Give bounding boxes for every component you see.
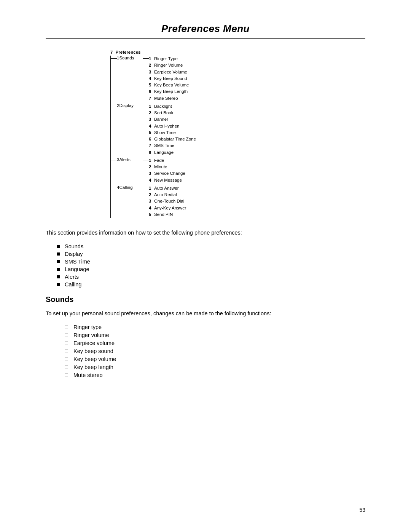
subitem-number: 1: [149, 56, 154, 62]
sounds-bullet-item: Key beep volume: [65, 356, 365, 362]
tree-subitem: 6 Globalstar Time Zone: [149, 136, 196, 142]
sounds-bullet-item: Key beep length: [65, 364, 365, 370]
subitem-text: Service Change: [154, 170, 185, 177]
tree-subitem: 5 Key Beep Volume: [149, 82, 189, 88]
intro-bullet-item: Calling: [57, 281, 365, 288]
sounds-bullet-text: Key beep sound: [73, 348, 113, 354]
subitem-number: 6: [149, 136, 154, 142]
tree-branch-1: 1 Sounds1 Ringer Type2 Ringer Volume3 Ea…: [111, 56, 196, 102]
page: Preferences Menu 7 Preferences 1 Sounds1…: [0, 0, 411, 532]
tree-subitem: 2 Sort Book: [149, 110, 196, 116]
sounds-bullet-text: Mute stereo: [73, 372, 103, 378]
subitem-number: 1: [149, 103, 154, 110]
subitem-text: One-Touch Dial: [154, 198, 184, 204]
subitem-text: Fade: [154, 157, 164, 164]
tree-root-number: 7: [110, 50, 113, 54]
tree-branch-4: 4 Calling1 Auto Answer2 Auto Redial3 One…: [111, 185, 196, 218]
tree-subitem: 5 Show Time: [149, 129, 196, 136]
subitem-text: Auto Hyphen: [154, 123, 180, 129]
bullet-text: Language: [65, 266, 89, 272]
intro-bullet-list: SoundsDisplaySMS TimeLanguageAlertsCalli…: [57, 243, 365, 288]
page-number: 53: [359, 507, 365, 513]
sounds-bullet-text: Earpiece volume: [73, 340, 115, 346]
subitem-number: 3: [149, 170, 154, 177]
intro-bullet-item: Language: [57, 266, 365, 272]
bullet-text: Display: [65, 251, 83, 257]
bullet-square-icon: [57, 283, 60, 286]
subitem-text: Backlight: [154, 103, 172, 110]
tree-subitem: 1 Fade: [149, 157, 185, 164]
subitem-number: 7: [149, 142, 154, 149]
subitem-number: 8: [149, 149, 154, 156]
subitem-text: Mute Stereo: [154, 95, 178, 102]
intro-bullet-item: Display: [57, 251, 365, 257]
small-bullet-square-icon: [65, 358, 68, 361]
subitem-text: Key Beep Volume: [154, 82, 189, 88]
subitem-text: Language: [154, 149, 174, 156]
page-title: Preferences Menu: [46, 23, 365, 35]
tree-subitem: 5 Send PIN: [149, 211, 186, 218]
subitem-text: New Message: [154, 177, 182, 184]
subitem-text: Banner: [154, 116, 168, 123]
subitem-number: 1: [149, 157, 154, 164]
bullet-square-icon: [57, 268, 60, 271]
subitem-number: 4: [149, 205, 154, 211]
bullet-text: Sounds: [65, 243, 83, 249]
subitem-text: Key Beep Length: [154, 88, 188, 95]
subitem-number: 5: [149, 129, 154, 136]
sounds-bullet-item: Ringer type: [65, 324, 365, 330]
bullet-text: Calling: [65, 281, 81, 288]
intro-bullet-item: Sounds: [57, 243, 365, 249]
intro-bullet-item: SMS Time: [57, 259, 365, 265]
sounds-bullet-item: Ringer volume: [65, 332, 365, 338]
tree-subitem: 2 Minute: [149, 164, 185, 170]
tree-subitem: 3 Earpiece Volume: [149, 69, 189, 75]
sounds-intro: To set up your personal sound preference…: [46, 309, 365, 318]
small-bullet-square-icon: [65, 334, 68, 337]
subitem-text: Globalstar Time Zone: [154, 136, 196, 142]
sounds-bullet-text: Key beep length: [73, 364, 113, 370]
bullet-text: SMS Time: [65, 259, 90, 265]
subitem-number: 2: [149, 62, 154, 69]
subitem-text: Auto Redial: [154, 192, 177, 198]
tree-subitem: 3 One-Touch Dial: [149, 198, 186, 204]
subitem-text: SMS Time: [154, 142, 174, 149]
subitem-number: 1: [149, 185, 154, 192]
tree-branches: 1 Sounds1 Ringer Type2 Ringer Volume3 Ea…: [110, 56, 365, 218]
subitem-number: 3: [149, 198, 154, 204]
intro-text: This section provides information on how…: [46, 228, 365, 237]
subitem-text: Sort Book: [154, 110, 174, 116]
subitem-number: 2: [149, 164, 154, 170]
subitem-text: Earpiece Volume: [154, 69, 187, 75]
subitem-number: 7: [149, 95, 154, 102]
subitem-text: Key Beep Sound: [154, 75, 187, 82]
tree-subitem: 2 Auto Redial: [149, 192, 186, 198]
subitem-number: 2: [149, 110, 154, 116]
tree-branch-2: 2 Display1 Backlight2 Sort Book3 Banner4…: [111, 103, 196, 156]
tree-subitem: 1 Backlight: [149, 103, 196, 110]
tree-subitem: 1 Auto Answer: [149, 185, 186, 192]
sounds-bullet-text: Key beep volume: [73, 356, 116, 362]
bullet-square-icon: [57, 260, 60, 263]
small-bullet-square-icon: [65, 374, 68, 377]
subitem-number: 2: [149, 192, 154, 198]
tree-subitem: 4 Any-Key Answer: [149, 205, 186, 211]
title-divider: [46, 38, 365, 39]
subitem-number: 4: [149, 75, 154, 82]
subitem-text: Minute: [154, 164, 167, 170]
small-bullet-square-icon: [65, 326, 68, 329]
subitem-number: 3: [149, 69, 154, 75]
tree-subitem: 3 Banner: [149, 116, 196, 123]
sounds-bullet-item: Earpiece volume: [65, 340, 365, 346]
intro-bullet-item: Alerts: [57, 274, 365, 280]
sounds-bullet-item: Key beep sound: [65, 348, 365, 354]
subitem-text: Send PIN: [154, 211, 173, 218]
subitem-number: 3: [149, 116, 154, 123]
subitem-text: Show Time: [154, 129, 176, 136]
tree-subitem: 1 Ringer Type: [149, 56, 189, 62]
subitem-number: 6: [149, 88, 154, 95]
tree-subitem: 8 Language: [149, 149, 196, 156]
small-bullet-square-icon: [65, 342, 68, 345]
subitem-text: Ringer Type: [154, 56, 178, 62]
subitem-number: 4: [149, 123, 154, 129]
